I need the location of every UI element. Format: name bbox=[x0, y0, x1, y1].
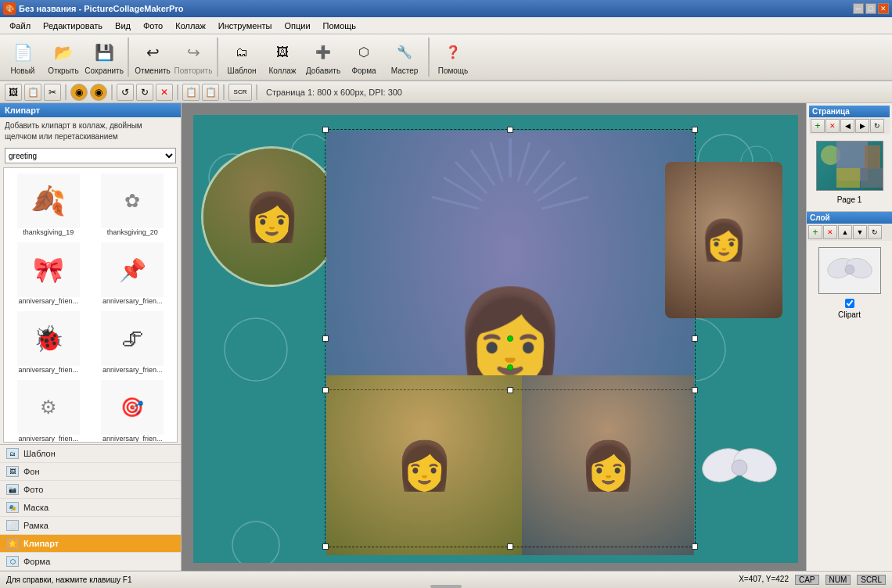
clipart-name-anniversary3: anniversary_frien... bbox=[18, 366, 78, 374]
save-button[interactable]: 💾 Сохранить bbox=[85, 36, 124, 78]
photo-frame-3[interactable]: 👩 bbox=[665, 162, 782, 318]
menu-collage[interactable]: Коллаж bbox=[169, 20, 212, 32]
help-button[interactable]: ❓ Помощь bbox=[433, 36, 473, 78]
clipart-category-select[interactable]: greeting bbox=[5, 148, 176, 163]
tab-frame[interactable]: ⬜ Рамка bbox=[0, 517, 181, 535]
new-button[interactable]: 📄 Новый bbox=[3, 36, 42, 78]
redo-button[interactable]: ↪ Повторить bbox=[174, 36, 213, 78]
wizard-button[interactable]: 🔧 Мастер bbox=[385, 36, 424, 78]
close-button[interactable]: ✕ bbox=[878, 3, 889, 14]
minimize-button[interactable]: ─ bbox=[853, 3, 864, 14]
clipart-bow[interactable] bbox=[692, 422, 786, 516]
menu-tools[interactable]: Инструменты bbox=[212, 20, 279, 32]
page-next-btn[interactable]: ▶ bbox=[855, 119, 869, 133]
status-coords: X=407, Y=422 bbox=[739, 575, 789, 585]
canvas-container: 👩 👩 bbox=[193, 115, 798, 563]
layer-up-btn[interactable]: ▲ bbox=[838, 225, 852, 239]
clipart-item-thanksgiving20[interactable]: ✿ thanksgiving_20 bbox=[92, 171, 174, 238]
tb2-btn-5[interactable]: ◉ bbox=[90, 84, 107, 101]
page-add-btn[interactable]: + bbox=[811, 119, 825, 133]
title-bar-text: Без названия - PictureCollageMakerPro bbox=[19, 4, 183, 13]
menu-help[interactable]: Помощь bbox=[317, 20, 363, 32]
tab-photo[interactable]: 📷 Фото bbox=[0, 481, 181, 499]
layer-settings-btn[interactable]: ↻ bbox=[868, 225, 882, 239]
maximize-button[interactable]: □ bbox=[865, 3, 876, 14]
layer-down-btn[interactable]: ▼ bbox=[853, 225, 867, 239]
undo-icon: ↩ bbox=[140, 40, 165, 65]
tab-mask[interactable]: 🎭 Маска bbox=[0, 499, 181, 517]
clipart-item-thanksgiving19[interactable]: 🍂 thanksgiving_19 bbox=[7, 171, 90, 238]
menu-options[interactable]: Опции bbox=[278, 20, 316, 32]
main-toolbar: 📄 Новый 📂 Открыть 💾 Сохранить ↩ Отменить… bbox=[0, 34, 892, 81]
page-delete-btn[interactable]: ✕ bbox=[825, 119, 840, 133]
tab-clipart-icon: ⭐ bbox=[6, 538, 19, 549]
thumb-face-3 bbox=[865, 145, 880, 169]
tb2-delete[interactable]: ✕ bbox=[156, 84, 173, 101]
clipart-item-anniversary4[interactable]: 🖇 anniversary_frien... bbox=[92, 309, 174, 376]
canvas-area[interactable]: 👩 👩 bbox=[182, 103, 806, 571]
tb2-btn-3[interactable]: ✂ bbox=[44, 84, 61, 101]
tb2-copy1[interactable]: 📋 bbox=[182, 84, 200, 101]
clipart-name-anniversary4: anniversary_frien... bbox=[103, 366, 163, 374]
clipart-name-thanksgiving20: thanksgiving_20 bbox=[107, 228, 158, 236]
menu-file[interactable]: Файл bbox=[3, 20, 37, 32]
tb2-scr[interactable]: SCR bbox=[228, 84, 252, 101]
layer-add-btn[interactable]: + bbox=[808, 225, 822, 239]
tab-background[interactable]: 🖼 Фон bbox=[0, 463, 181, 481]
page-refresh-btn[interactable]: ↻ bbox=[870, 119, 884, 133]
layer-visibility-row bbox=[842, 297, 858, 310]
open-button[interactable]: 📂 Открыть bbox=[44, 36, 83, 78]
tb2-btn-1[interactable]: 🖼 bbox=[5, 84, 22, 101]
clipart-item-anniversary2[interactable]: 📌 anniversary_frien... bbox=[92, 240, 174, 307]
status-caps: CAP bbox=[795, 575, 819, 585]
new-icon: 📄 bbox=[10, 40, 35, 65]
left-panel: Клипарт Добавить клипарт в коллаж, двойн… bbox=[0, 103, 182, 571]
clipart-item-extra2[interactable]: 🎯 anniversary_frien... bbox=[92, 378, 174, 443]
layer-visibility-checkbox[interactable] bbox=[845, 299, 854, 308]
photo-frame-4[interactable]: 👩 bbox=[326, 375, 522, 555]
help-icon: ❓ bbox=[441, 40, 466, 65]
tb2-copy2[interactable]: 📋 bbox=[202, 84, 219, 101]
clipart-item-extra1[interactable]: ⚙ anniversary_frien... bbox=[7, 378, 90, 443]
clipart-item-anniversary1[interactable]: 🎀 anniversary_frien... bbox=[7, 240, 90, 307]
page-info-label: Страница 1: 800 x 600px, DPI: 300 bbox=[261, 88, 407, 97]
tab-template[interactable]: 🗂 Шаблон bbox=[0, 445, 181, 463]
tab-shape[interactable]: ⬡ Форма bbox=[0, 553, 181, 571]
tb2-redo[interactable]: ↻ bbox=[136, 84, 153, 101]
undo-button[interactable]: ↩ Отменить bbox=[133, 36, 172, 78]
template-button[interactable]: 🗂 Шаблон bbox=[222, 36, 261, 78]
svg-point-11 bbox=[225, 318, 287, 381]
save-icon: 💾 bbox=[92, 40, 117, 65]
page-prev-btn[interactable]: ◀ bbox=[840, 119, 854, 133]
tab-shape-icon: ⬡ bbox=[6, 556, 19, 567]
layer-item[interactable]: Clipart bbox=[810, 244, 889, 320]
shape-button[interactable]: ⬡ Форма bbox=[344, 36, 383, 78]
clipart-thumb-anniversary2: 📌 bbox=[101, 242, 164, 297]
photo-frame-1[interactable]: 👩 bbox=[201, 146, 342, 287]
page-thumbnail[interactable] bbox=[816, 141, 883, 191]
clipart-thumb-thanksgiving20: ✿ bbox=[101, 174, 164, 228]
menu-edit[interactable]: Редактировать bbox=[37, 20, 109, 32]
collage-button[interactable]: 🖼 Коллаж bbox=[263, 36, 302, 78]
add-button[interactable]: ➕ Добавить bbox=[304, 36, 343, 78]
tb2-btn-4[interactable]: ◉ bbox=[70, 84, 88, 101]
tb2-undo[interactable]: ↺ bbox=[117, 84, 134, 101]
separator-1 bbox=[128, 38, 129, 77]
photo-frame-5[interactable]: 👩 bbox=[522, 375, 694, 555]
layer-toolbar: + ✕ ▲ ▼ ↻ bbox=[807, 224, 892, 241]
svg-point-26 bbox=[732, 460, 747, 475]
page-section: Страница + ✕ ◀ ▶ ↻ bbox=[807, 103, 892, 212]
clipart-item-anniversary3[interactable]: 🐞 anniversary_frien... bbox=[7, 309, 90, 376]
status-right: X=407, Y=422 CAP NUM SCRL bbox=[739, 575, 886, 585]
clipart-name-extra2: anniversary_frien... bbox=[103, 435, 163, 443]
tab-clipart[interactable]: ⭐ Клипарт bbox=[0, 535, 181, 553]
resize-handle[interactable] bbox=[430, 585, 462, 588]
clipart-name-thanksgiving19: thanksgiving_19 bbox=[23, 228, 74, 236]
menu-photo[interactable]: Фото bbox=[137, 20, 169, 32]
status-num: NUM bbox=[825, 575, 851, 585]
menu-view[interactable]: Вид bbox=[109, 20, 137, 32]
collage-canvas[interactable]: 👩 👩 bbox=[193, 115, 798, 563]
layer-delete-btn[interactable]: ✕ bbox=[823, 225, 837, 239]
clipart-thumb-anniversary3: 🐞 bbox=[17, 311, 80, 366]
tb2-btn-2[interactable]: 📋 bbox=[24, 84, 41, 101]
